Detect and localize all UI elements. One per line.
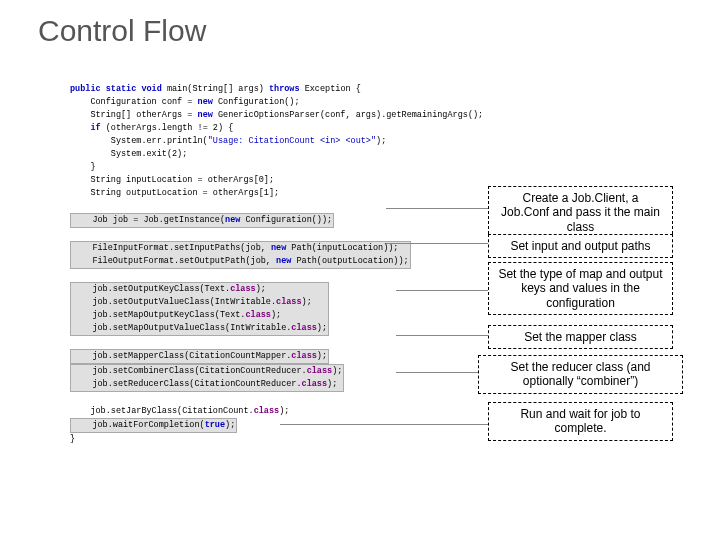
annotation-reducer: Set the reducer class (and optionally “c… xyxy=(478,355,683,394)
code-token: new xyxy=(198,110,218,120)
code-text: } xyxy=(70,434,75,444)
code-text: job.waitForCompletion( xyxy=(72,420,205,430)
connector-line xyxy=(396,335,488,336)
code-text: (otherArgs.length != 2) { xyxy=(106,123,234,133)
code-text: ); xyxy=(279,406,289,416)
code-text: ); xyxy=(317,351,327,361)
code-text: Configuration conf = xyxy=(70,97,198,107)
code-text: job.setMapOutputValueClass(IntWritable. xyxy=(72,323,291,333)
connector-line xyxy=(396,372,478,373)
code-text: ); xyxy=(317,323,327,333)
code-text: String outputLocation = otherArgs[1]; xyxy=(70,188,279,198)
connector-line xyxy=(386,208,488,209)
page-title: Control Flow xyxy=(38,14,206,48)
code-text: FileOutputFormat.setOutputPath(job, xyxy=(72,256,276,266)
code-text: Path(inputLocation)); xyxy=(291,243,398,253)
code-text: ); xyxy=(302,297,312,307)
highlight-jobclient: Job job = Job.getInstance(new Configurat… xyxy=(70,213,334,228)
highlight-reducer: job.setCombinerClass(CitationCountReduce… xyxy=(70,364,344,392)
code-token: new xyxy=(225,215,245,225)
code-token: class xyxy=(245,310,271,320)
code-token: new xyxy=(276,256,296,266)
code-text: String[] otherArgs = xyxy=(70,110,198,120)
code-text: Job job = Job.getInstance( xyxy=(72,215,225,225)
annotation-run: Run and wait for job to complete. xyxy=(488,402,673,441)
code-text: System.exit(2); xyxy=(70,149,187,159)
connector-line xyxy=(280,424,488,425)
code-token: class xyxy=(230,284,256,294)
code-text: ); xyxy=(376,136,386,146)
highlight-run: job.waitForCompletion(true); xyxy=(70,418,237,433)
code-token: true xyxy=(205,420,225,430)
code-text: Configuration()); xyxy=(245,215,332,225)
code-text: job.setCombinerClass(CitationCountReduce… xyxy=(72,366,307,376)
code-token: class xyxy=(302,379,328,389)
code-text: String inputLocation = otherArgs[0]; xyxy=(70,175,274,185)
code-text: job.setOutputValueClass(IntWritable. xyxy=(72,297,276,307)
code-text: ); xyxy=(256,284,266,294)
code-token: throws xyxy=(269,84,305,94)
code-text: Exception { xyxy=(305,84,361,94)
connector-line xyxy=(396,290,488,291)
code-token: class xyxy=(291,351,317,361)
code-token: new xyxy=(271,243,291,253)
code-text: ); xyxy=(327,379,337,389)
code-text: job.setOutputKeyClass(Text. xyxy=(72,284,230,294)
code-text: Configuration(); xyxy=(218,97,300,107)
code-string: "Usage: CitationCount <in> <out>" xyxy=(208,136,376,146)
code-text: ); xyxy=(271,310,281,320)
code-token: public static void xyxy=(70,84,167,94)
code-text: job.setMapperClass(CitationCountMapper. xyxy=(72,351,291,361)
annotation-paths: Set input and output paths xyxy=(488,234,673,258)
code-token: new xyxy=(198,97,218,107)
code-text: job.setReducerClass(CitationCountReducer… xyxy=(72,379,302,389)
code-text: Path(outputLocation)); xyxy=(296,256,408,266)
code-text: job.setJarByClass(CitationCount. xyxy=(70,406,254,416)
code-token: class xyxy=(307,366,333,376)
code-text: System.err.println( xyxy=(70,136,208,146)
code-text: FileInputFormat.setInputPaths(job, xyxy=(72,243,271,253)
annotation-jobclient: Create a Job.Client, a Job.Conf and pass… xyxy=(488,186,673,239)
code-text: main(String[] args) xyxy=(167,84,269,94)
code-text: ); xyxy=(225,420,235,430)
highlight-paths: FileInputFormat.setInputPaths(job, new P… xyxy=(70,241,411,269)
code-token: class xyxy=(276,297,302,307)
code-text: GenericOptionsParser(conf, args).getRema… xyxy=(218,110,483,120)
connector-line xyxy=(386,243,488,244)
code-block: public static void main(String[] args) t… xyxy=(70,70,430,446)
code-token: class xyxy=(291,323,317,333)
annotation-outputclasses: Set the type of map and output keys and … xyxy=(488,262,673,315)
highlight-outputclasses: job.setOutputKeyClass(Text.class); job.s… xyxy=(70,282,329,336)
code-text: job.setMapOutputKeyClass(Text. xyxy=(72,310,245,320)
code-text: } xyxy=(70,162,96,172)
annotation-mapper: Set the mapper class xyxy=(488,325,673,349)
code-text: ); xyxy=(332,366,342,376)
code-token: class xyxy=(254,406,280,416)
highlight-mapper: job.setMapperClass(CitationCountMapper.c… xyxy=(70,349,329,364)
code-token: if xyxy=(70,123,106,133)
